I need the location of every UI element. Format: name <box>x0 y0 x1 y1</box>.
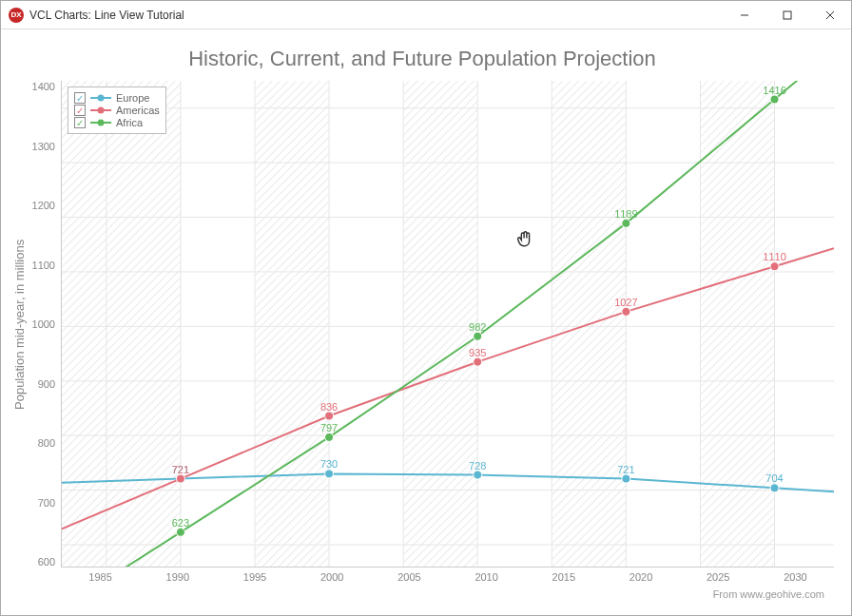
legend-item[interactable]: ✓Europe <box>74 92 160 104</box>
legend-item[interactable]: ✓Americas <box>74 105 160 116</box>
svg-rect-6 <box>255 81 329 567</box>
pan-cursor-icon <box>514 228 535 254</box>
svg-point-42 <box>474 332 482 340</box>
svg-rect-7 <box>403 81 477 567</box>
data-label: 1416 <box>763 85 785 96</box>
x-tick: 2015 <box>525 571 602 583</box>
svg-point-37 <box>474 357 482 366</box>
data-label: 1189 <box>614 208 637 220</box>
data-label: 721 <box>617 464 634 475</box>
x-tick: 1990 <box>139 571 216 583</box>
svg-point-31 <box>325 470 334 478</box>
legend-checkbox[interactable]: ✓ <box>74 92 86 104</box>
data-label: 730 <box>320 458 338 470</box>
svg-rect-9 <box>700 81 774 567</box>
x-tick: 2030 <box>757 571 834 583</box>
data-label: 797 <box>320 422 338 433</box>
window-controls <box>723 1 851 29</box>
data-label: 704 <box>765 472 783 484</box>
data-label: 836 <box>320 401 338 413</box>
y-tick: 900 <box>29 378 55 390</box>
maximize-button[interactable] <box>765 1 808 29</box>
legend-label: Americas <box>116 105 160 116</box>
data-label: 982 <box>469 321 486 333</box>
svg-point-43 <box>622 219 630 227</box>
y-tick: 1300 <box>29 141 55 152</box>
svg-point-36 <box>325 412 334 420</box>
app-window: DX VCL Charts: Line View Tutorial Histor… <box>0 0 852 616</box>
svg-rect-10 <box>62 81 106 567</box>
plot-svg <box>62 81 834 567</box>
x-tick: 1985 <box>62 571 139 583</box>
legend-item[interactable]: ✓Africa <box>74 117 160 128</box>
data-label: 623 <box>172 517 189 529</box>
svg-point-41 <box>325 433 334 441</box>
y-axis-label: Population mid-year, in millions <box>10 81 29 568</box>
y-tick: 800 <box>29 437 55 449</box>
y-tick: 600 <box>29 556 55 568</box>
legend-swatch-icon <box>90 97 111 99</box>
minimize-button[interactable] <box>723 1 765 29</box>
legend[interactable]: ✓Europe✓Americas✓Africa <box>68 87 166 134</box>
legend-label: Africa <box>116 117 143 128</box>
x-tick: 2005 <box>371 571 448 583</box>
x-axis-ticks: 1985199019952000200520102015202020252030 <box>62 571 834 583</box>
data-label: 1027 <box>614 297 637 308</box>
chart-container: Historic, Current, and Future Population… <box>1 29 851 615</box>
svg-point-38 <box>622 307 630 316</box>
svg-point-32 <box>474 471 482 479</box>
chart-area: Population mid-year, in millions 1400130… <box>10 81 834 568</box>
y-axis-ticks: 14001300120011001000900800700600 <box>29 81 61 568</box>
legend-swatch-icon <box>90 109 111 111</box>
y-tick: 1100 <box>29 260 55 271</box>
legend-checkbox[interactable]: ✓ <box>74 105 86 116</box>
window-title: VCL Charts: Line View Tutorial <box>29 9 723 22</box>
plot-area[interactable]: ✓Europe✓Americas✓Africa 7217307287217047… <box>61 81 834 568</box>
x-tick: 2010 <box>448 571 525 583</box>
svg-point-35 <box>176 474 184 483</box>
svg-point-39 <box>770 262 779 271</box>
x-tick: 1995 <box>216 571 293 583</box>
svg-point-33 <box>622 474 630 483</box>
titlebar: DX VCL Charts: Line View Tutorial <box>1 1 851 29</box>
y-tick: 1000 <box>29 318 55 330</box>
chart-title: Historic, Current, and Future Population… <box>10 47 834 71</box>
x-tick: 2025 <box>680 571 757 583</box>
data-label: 1110 <box>763 251 785 262</box>
y-tick: 1200 <box>29 200 55 211</box>
svg-rect-1 <box>784 11 791 19</box>
legend-label: Europe <box>116 92 149 104</box>
close-button[interactable] <box>808 1 851 29</box>
svg-point-34 <box>770 484 779 492</box>
x-tick: 2020 <box>602 571 679 583</box>
x-tick: 2000 <box>294 571 371 583</box>
data-label: 935 <box>469 347 486 358</box>
svg-point-40 <box>176 528 184 536</box>
legend-swatch-icon <box>90 122 111 124</box>
app-icon: DX <box>9 8 24 23</box>
y-tick: 1400 <box>29 81 55 92</box>
legend-checkbox[interactable]: ✓ <box>74 117 86 128</box>
data-label: 721 <box>172 464 189 475</box>
data-label: 728 <box>469 460 486 472</box>
svg-point-44 <box>770 95 779 104</box>
chart-source: From www.geohive.com <box>10 583 834 606</box>
y-tick: 700 <box>29 497 55 509</box>
